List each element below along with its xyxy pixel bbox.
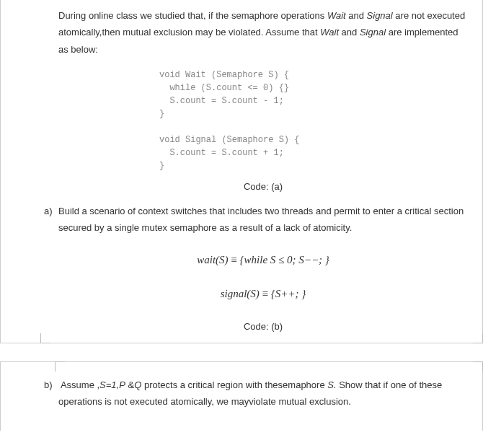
intro-text: During online class we studied that, if … <box>58 10 327 21</box>
code-block-a: void Wait (Semaphore S) { while (S.count… <box>159 69 468 172</box>
crop-mark-icon <box>40 333 50 343</box>
question-text-a: Build a scenario of context switches tha… <box>58 206 464 233</box>
question-label-b: b) <box>44 377 58 393</box>
question-text: protects a critical region with thesemap… <box>141 379 327 390</box>
var-q: Q <box>134 379 141 390</box>
math-wait: wait(S) ≡ {while S ≤ 0; S−−; } <box>58 250 468 270</box>
crop-mark-icon <box>473 361 483 372</box>
intro-text: and <box>346 10 367 21</box>
wait-term: Wait <box>327 10 346 21</box>
code-line: S.count = S.count - 1; <box>159 96 284 106</box>
document-page-2: b) Assume ,S=1,P &Q protects a critical … <box>0 361 483 431</box>
code-caption-a: Code: (a) <box>58 178 468 195</box>
document-page-1: During online class we studied that, if … <box>0 0 483 343</box>
math-wait-rhs: {while S ≤ 0; S−−; } <box>237 254 329 265</box>
question-b: b) Assume ,S=1,P &Q protects a critical … <box>58 377 468 410</box>
wait-term: Wait <box>320 27 339 38</box>
intro-paragraph: During online class we studied that, if … <box>58 7 468 58</box>
signal-term: Signal <box>360 27 386 38</box>
question-text: & <box>125 379 134 390</box>
code-line: } <box>159 161 164 171</box>
equiv-symbol: ≡ <box>231 254 236 265</box>
equiv-symbol: ≡ <box>262 288 268 299</box>
crop-mark-icon <box>55 361 65 372</box>
code-line: void Signal (Semaphore S) { <box>159 135 299 145</box>
code-line: S.count = S.count + 1; <box>159 148 284 158</box>
math-signal: signal(S) ≡ {S++; } <box>58 284 468 304</box>
code-line: while (S.count <= 0) {} <box>159 83 289 93</box>
question-text: Assume , <box>61 379 99 390</box>
math-signal-lhs: signal(S) <box>221 288 262 299</box>
question-a: a)Build a scenario of context switches t… <box>58 203 468 237</box>
code-line: void Wait (Semaphore S) { <box>159 70 289 80</box>
math-signal-rhs: {S++; } <box>268 288 306 299</box>
code-line: } <box>159 109 164 119</box>
code-caption-b: Code: (b) <box>58 318 468 335</box>
var-s: S=1,P <box>99 379 125 390</box>
intro-text: and <box>339 27 360 38</box>
question-label-a: a) <box>44 203 58 219</box>
signal-term: Signal <box>367 10 393 21</box>
var-s: S. <box>327 379 336 390</box>
math-wait-lhs: wait(S) <box>197 254 231 265</box>
crop-mark-icon <box>473 333 483 343</box>
